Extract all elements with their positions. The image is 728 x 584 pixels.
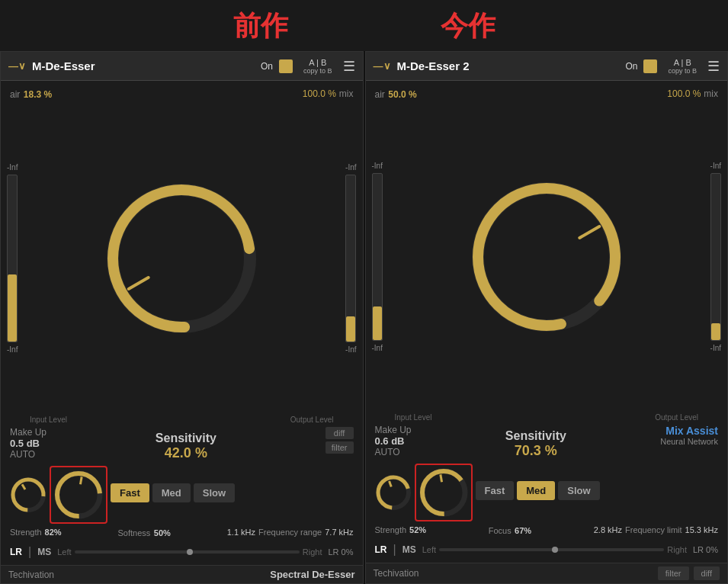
plugin2-mix-value: 100.0 % <box>667 88 701 99</box>
plugin1: —∨ M-De-Esser On A | B copy to B ☰ air 1… <box>0 51 364 584</box>
plugin2-output-fill <box>711 323 720 340</box>
svg-point-16 <box>418 467 470 518</box>
plugin2-ab-top: A | B <box>674 58 691 67</box>
plugin2-lr-slider[interactable] <box>439 548 664 551</box>
svg-line-8 <box>80 477 82 484</box>
svg-line-14 <box>389 481 391 487</box>
plugin2-mix-label: mix <box>704 88 718 99</box>
plugin2-input-meter-bar <box>372 173 383 341</box>
plugin1-softness-label: Softness <box>118 528 151 537</box>
plugin2-lr-slider-container: Left Right <box>422 545 687 554</box>
plugin2-focus-value: 67% <box>515 526 531 535</box>
plugin2-right-label: Right <box>667 545 687 554</box>
plugin2-freq-range-label: Frequency limit <box>625 525 682 534</box>
plugin1-input-meter: -Inf -Inf <box>7 163 18 354</box>
plugin2-knob-area: -Inf -Inf <box>372 101 722 413</box>
plugin1-mix-section: 100.0 % mix <box>303 88 354 99</box>
plugin2-med-button[interactable]: Med <box>517 481 555 500</box>
plugin1-lr-slider[interactable] <box>75 550 300 554</box>
plugin1-makeup-row: Make Up 0.5 dB AUTO Sensitivity 42.0 % d… <box>7 425 357 464</box>
plugin1-header: —∨ M-De-Esser On A | B copy to B ☰ <box>1 52 363 81</box>
plugin2-fast-button[interactable]: Fast <box>476 481 515 500</box>
plugin2-freq-high: 15.3 kHz <box>685 525 718 534</box>
plugin1-input-fill <box>8 274 17 341</box>
plugin1-softness-knob[interactable] <box>53 469 104 521</box>
plugin1-output-inf-bottom: -Inf <box>345 345 356 354</box>
plugin2-focus-knob[interactable] <box>418 467 470 518</box>
plugin2-inf-top: -Inf <box>372 162 383 170</box>
plugin1-ab-section[interactable]: A | B copy to B <box>303 58 332 75</box>
svg-point-13 <box>375 474 412 511</box>
plugin1-body: air 18.3 % 100.0 % mix -Inf -Inf <box>1 81 363 565</box>
plugin2-left-label: Left <box>422 545 436 554</box>
plugin1-mix-label: mix <box>339 88 354 99</box>
svg-line-5 <box>22 484 25 489</box>
plugin2-level-labels: Input Level Output Level <box>372 413 722 423</box>
plugin2: —∨ M-De-Esser 2 On A | B copy to B ☰ air… <box>365 51 729 584</box>
plugin2-lr-ms-row: LR | MS Left Right LR 0% <box>372 540 722 560</box>
plugin1-sensitivity-label: Sensitivity <box>156 432 216 445</box>
plugin1-output-meter-bar <box>345 175 356 342</box>
plugin2-footer-brand: Techivation <box>374 568 419 579</box>
plugin1-footer-product: Spectral De-Esser <box>270 569 354 580</box>
plugin1-lr-button[interactable]: LR <box>10 547 22 557</box>
svg-point-1 <box>105 182 258 335</box>
plugin2-lr-value: LR 0% <box>693 545 718 554</box>
plugin2-auto-label: AUTO <box>375 447 412 457</box>
plugin1-air-value: 18.3 % <box>24 89 52 100</box>
plugin2-lr-button[interactable]: LR <box>375 544 387 555</box>
plugin1-air-mix-row: air 18.3 % 100.0 % mix <box>7 84 357 101</box>
plugin2-diff-button[interactable]: diff <box>694 566 720 580</box>
plugin1-filter-button[interactable]: filter <box>326 441 354 454</box>
curr-title: 今作 <box>441 8 495 45</box>
plugin1-med-button[interactable]: Med <box>152 483 191 502</box>
plugin1-lr-slider-thumb <box>187 549 193 555</box>
plugin1-strength-knob[interactable] <box>10 477 47 513</box>
plugin1-right-label: Right <box>303 547 322 557</box>
prev-title: 前作 <box>233 8 288 45</box>
plugin2-output-inf-top: -Inf <box>710 162 721 170</box>
plugin1-on-box[interactable] <box>279 59 293 73</box>
plugin1-main-knob-container <box>18 182 345 335</box>
plugin1-lr-slider-container: Left Right <box>57 547 322 557</box>
plugin2-bottom-labels: Strength 52% Focus 67% 2.8 kHz Frequency… <box>372 523 722 540</box>
plugin2-output-inf-bottom: -Inf <box>710 344 721 352</box>
plugin2-slow-button[interactable]: Slow <box>558 481 599 500</box>
plugin1-diff-button[interactable]: diff <box>326 427 354 439</box>
plugin2-lr-slider-thumb <box>552 547 558 553</box>
plugin2-ms-button[interactable]: MS <box>402 544 416 555</box>
plugin1-freq-low: 1.1 kHz <box>227 528 255 537</box>
plugin2-makeup-row: Make Up 0.6 dB AUTO Sensitivity 70.3 % M… <box>372 423 722 462</box>
plugin2-output-meter-bar <box>710 173 721 341</box>
plugin1-lr-value: LR 0% <box>328 547 353 557</box>
plugin2-menu-icon[interactable]: ☰ <box>707 58 720 75</box>
plugin1-output-inf-top: -Inf <box>345 163 356 172</box>
plugin1-fast-button[interactable]: Fast <box>111 483 149 502</box>
plugin1-freq-range-label: Frequency range <box>258 528 322 537</box>
plugin1-footer: Techivation Spectral De-Esser <box>1 565 363 583</box>
plugin1-output-level-label: Output Level <box>290 416 334 424</box>
plugin1-slow-button[interactable]: Slow <box>194 483 235 502</box>
plugin1-menu-icon[interactable]: ☰ <box>343 58 355 75</box>
plugin2-output-meter: -Inf -Inf <box>710 162 721 352</box>
plugin1-speed-freq-section: Fast Med Slow <box>111 483 354 507</box>
plugin2-on-box[interactable] <box>643 59 657 73</box>
plugin2-air-value: 50.0 % <box>388 89 416 100</box>
plugin1-diff-filter: diff filter <box>326 427 354 454</box>
plugin1-large-knob[interactable] <box>105 182 258 335</box>
plugin1-inf-bottom: -Inf <box>7 345 18 354</box>
plugin1-knob-area: -Inf -Inf <box>7 101 357 416</box>
plugin1-level-labels: Input Level Output Level <box>7 416 357 425</box>
plugin2-strength-knob[interactable] <box>375 474 412 511</box>
svg-point-4 <box>10 477 47 513</box>
plugin2-speed-freq-section: Fast Med Slow <box>476 481 719 505</box>
plugin2-large-knob[interactable] <box>470 181 623 333</box>
plugin2-ab-section[interactable]: A | B copy to B <box>668 58 697 75</box>
plugin1-ms-button[interactable]: MS <box>37 547 51 557</box>
plugin1-bottom-labels: Strength 82% Softness 50% 1.1 kHz Freque… <box>7 525 357 542</box>
svg-point-7 <box>53 469 104 521</box>
plugin1-sensitivity-value: 42.0 % <box>165 445 207 461</box>
plugin2-input-meter: -Inf -Inf <box>372 162 383 352</box>
plugin2-air-label: air <box>375 89 385 100</box>
plugin2-filter-button[interactable]: filter <box>658 566 689 580</box>
